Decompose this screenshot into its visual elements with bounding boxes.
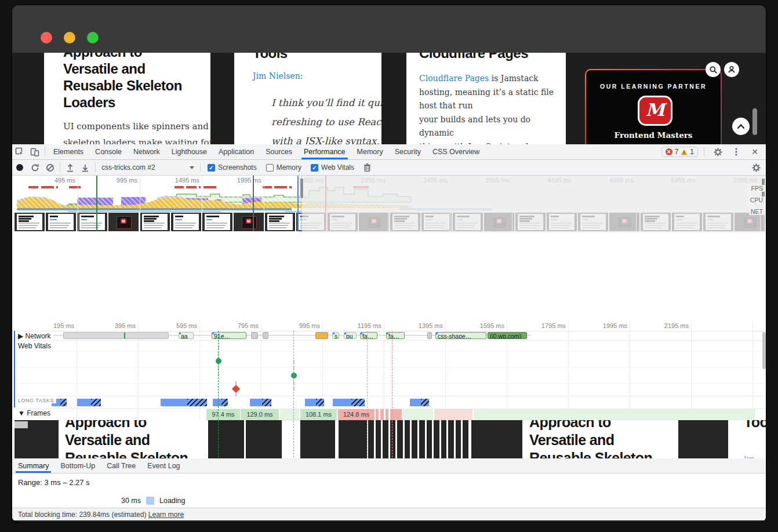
screencast-frame[interactable] <box>448 420 454 458</box>
filmstrip-thumbnail[interactable] <box>202 213 232 231</box>
network-request-bar[interactable]: fa… <box>360 332 377 339</box>
screencast-frame[interactable] <box>456 420 461 458</box>
cloudflare-pages-link[interactable]: Cloudflare Pages <box>419 74 489 83</box>
screencast-frame[interactable] <box>405 420 410 458</box>
close-window-button[interactable] <box>41 32 52 43</box>
frame-duration-segment[interactable] <box>376 409 379 420</box>
screencast-frame[interactable] <box>383 420 388 458</box>
tab-lighthouse[interactable]: Lighthouse <box>166 144 213 159</box>
tab-memory[interactable]: Memory <box>351 144 389 159</box>
frame-duration-segment[interactable] <box>403 409 433 420</box>
network-request-bar[interactable]: fa… <box>386 332 405 339</box>
close-devtools-button[interactable]: ✕ <box>747 147 762 156</box>
capture-settings-button[interactable] <box>748 160 764 175</box>
devtools-scrollbar-thumb[interactable] <box>762 332 766 369</box>
tab-application[interactable]: Application <box>213 144 260 159</box>
frame-duration-segment[interactable]: 97.4 ms <box>206 409 240 420</box>
filmstrip-thumbnail[interactable] <box>140 213 170 231</box>
reload-and-record-button[interactable] <box>27 160 42 175</box>
frame-duration-segment[interactable]: 129.0 ms <box>241 409 279 420</box>
search-button[interactable] <box>706 62 721 77</box>
settings-button[interactable] <box>710 148 725 156</box>
frame-duration-segment[interactable]: 108.1 ms <box>300 409 337 420</box>
filmstrip-thumbnail[interactable] <box>46 213 76 231</box>
drawer-tab-summary[interactable]: Summary <box>12 458 54 473</box>
checkbox-screenshots[interactable]: ✓Screenshots <box>208 163 257 172</box>
network-request-bar[interactable]: aa <box>179 332 194 339</box>
web-vitals-track-label[interactable]: Web Vitals <box>16 342 53 350</box>
frame-duration-segment[interactable] <box>386 409 388 420</box>
device-toolbar-button[interactable] <box>27 144 42 159</box>
tab-performance[interactable]: Performance <box>298 144 351 159</box>
frames-track-toggle[interactable]: ▼ Frames <box>16 409 53 417</box>
delete-recording-button[interactable] <box>360 160 375 175</box>
article-heading[interactable]: Tools <box>253 53 288 61</box>
screencast-frame[interactable] <box>427 420 432 458</box>
network-request-bar[interactable]: 91e… <box>212 332 246 339</box>
network-request-bar[interactable] <box>251 332 258 339</box>
page-scrollbar-thumb[interactable] <box>752 108 757 135</box>
inspect-element-button[interactable] <box>12 144 27 159</box>
drawer-tab-event-log[interactable]: Event Log <box>141 458 186 473</box>
long-task-bar[interactable] <box>250 399 271 406</box>
tab-css-overview[interactable]: CSS Overview <box>427 144 485 159</box>
filmstrip-thumbnail[interactable] <box>265 213 295 231</box>
timeline-overview[interactable]: 495 ms995 ms1495 ms1995 ms2495 ms2995 ms… <box>12 176 766 233</box>
long-task-bar[interactable] <box>161 399 207 406</box>
web-vital-good-marker[interactable] <box>216 358 221 364</box>
filmstrip-thumbnail[interactable] <box>14 213 45 231</box>
network-request-bar[interactable]: s <box>332 332 339 339</box>
article-byline-link[interactable]: Jim Nielsen: <box>253 71 303 81</box>
load-profile-button[interactable] <box>63 160 78 175</box>
filmstrip-thumbnail[interactable]: M <box>108 213 139 231</box>
screencast-frame[interactable]: ToolsJim Nielsen:I thinkrefreshwith a <box>730 420 766 458</box>
window-titlebar[interactable] <box>12 5 766 53</box>
web-vital-good-marker[interactable] <box>291 373 297 378</box>
network-request-bar[interactable]: (i0.wp.com) <box>488 332 527 339</box>
learning-partner-card[interactable]: OUR LEARNING PARTNER M Frontend Masters <box>585 69 722 144</box>
screencast-frame[interactable] <box>463 420 468 458</box>
network-request-bar[interactable] <box>63 332 169 339</box>
drawer-tab-bottom-up[interactable]: Bottom-Up <box>54 458 101 473</box>
tab-security[interactable]: Security <box>389 144 427 159</box>
network-request-bar[interactable]: css-shape… <box>435 332 486 339</box>
tab-network[interactable]: Network <box>128 144 166 159</box>
screencast-frame[interactable] <box>390 420 396 458</box>
screencast-frame[interactable] <box>471 420 522 458</box>
screencast-frame[interactable] <box>14 420 59 458</box>
checkbox-memory[interactable]: Memory <box>266 163 301 172</box>
screencast-frame[interactable]: Approach toVersatile andReusable Skeleto… <box>60 420 206 458</box>
web-vital-poor-marker[interactable] <box>232 385 240 393</box>
article-heading[interactable]: Approach toVersatile andReusable Skeleto… <box>63 53 197 111</box>
minimize-window-button[interactable] <box>64 32 75 43</box>
screencast-frame[interactable] <box>208 420 244 458</box>
zoom-window-button[interactable] <box>87 32 99 43</box>
tab-elements[interactable]: Elements <box>48 144 89 159</box>
screencast-frame[interactable] <box>434 420 439 458</box>
drawer-tab-call-tree[interactable]: Call Tree <box>101 458 141 473</box>
screencast-frame[interactable] <box>441 420 447 458</box>
network-request-bar[interactable] <box>263 332 268 339</box>
screencast-frame[interactable] <box>339 420 367 458</box>
screencast-frame[interactable] <box>246 420 282 458</box>
long-task-bar[interactable] <box>213 399 228 406</box>
frame-duration-segment[interactable] <box>474 409 755 420</box>
network-request-bar[interactable] <box>315 332 328 339</box>
long-task-bar[interactable] <box>333 399 365 406</box>
network-track-toggle[interactable]: ▶ Network <box>16 332 53 340</box>
tab-console[interactable]: Console <box>89 144 128 159</box>
overview-window-handle[interactable] <box>300 178 304 199</box>
article-heading[interactable]: Cloudflare Pages <box>419 53 528 61</box>
screencast-frame[interactable] <box>678 420 728 458</box>
scroll-to-top-button[interactable] <box>732 118 750 135</box>
issues-badge[interactable]: ✕ 7 1 <box>661 147 698 157</box>
save-profile-button[interactable] <box>78 160 93 175</box>
frame-duration-segment[interactable] <box>380 409 384 420</box>
screencast-frame[interactable] <box>368 420 374 458</box>
more-options-button[interactable] <box>729 148 744 156</box>
checkbox-web-vitals[interactable]: ✓Web Vitals <box>311 163 354 172</box>
frame-duration-segment[interactable] <box>434 409 472 420</box>
screencast-frame[interactable] <box>300 420 335 458</box>
screencast-frame[interactable] <box>397 420 403 458</box>
learn-more-link[interactable]: Learn more <box>148 511 184 519</box>
